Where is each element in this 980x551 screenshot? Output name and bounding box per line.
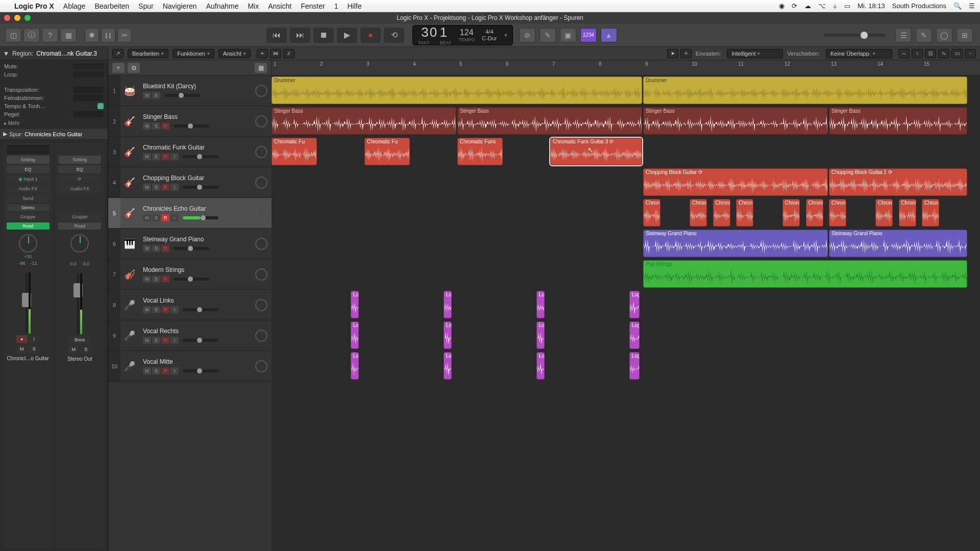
track-icon[interactable]: 🎸 xyxy=(120,137,139,167)
track-pan-knob[interactable] xyxy=(255,207,267,219)
track-pan-knob[interactable] xyxy=(255,146,267,158)
zoom-h-icon[interactable]: ↔ xyxy=(898,49,910,58)
menu-bearbeiten[interactable]: Bearbeiten xyxy=(94,2,129,10)
mixer-icon[interactable]: ⫿⫿ xyxy=(101,28,115,42)
track-icon[interactable]: 🥁 xyxy=(120,76,139,106)
region[interactable]: Lo xyxy=(536,291,545,318)
track-pan-knob[interactable] xyxy=(255,299,267,311)
track-s-button[interactable]: S xyxy=(152,306,160,313)
region-disclosure-icon[interactable]: ▼ xyxy=(3,50,9,57)
marquee-tool-icon[interactable]: ✧ xyxy=(680,49,692,58)
inspector-button[interactable]: ⓘ xyxy=(23,28,40,42)
region[interactable]: Lo xyxy=(351,321,359,349)
track-r-button[interactable]: R xyxy=(161,214,169,221)
zoom-v-icon[interactable]: ↕ xyxy=(912,49,923,58)
lcd-tempo[interactable]: 124 xyxy=(460,28,474,37)
drag-dropdown[interactable]: Keine Überlapp. xyxy=(826,49,892,58)
track-r-button[interactable]: R xyxy=(161,122,169,130)
track-pan-knob[interactable] xyxy=(255,268,267,281)
rewind-button[interactable]: ⏮ xyxy=(266,28,287,43)
gain-field[interactable] xyxy=(73,111,104,117)
flex-icon[interactable]: ⋈ xyxy=(270,49,281,58)
track-volume-slider[interactable] xyxy=(183,155,218,158)
list-editors-button[interactable]: ☰ xyxy=(895,28,912,42)
track-m-button[interactable]: M xyxy=(143,153,151,160)
add-track-button[interactable]: ＋ xyxy=(112,63,125,73)
mute-checkbox[interactable] xyxy=(73,63,104,69)
track-icon[interactable]: 🎤 xyxy=(120,290,139,320)
track-icon[interactable]: 🎹 xyxy=(120,229,139,259)
catch-playhead-icon[interactable]: ↗ xyxy=(112,49,124,58)
track-name[interactable]: Chronicles Echo Guitar xyxy=(143,205,247,212)
smart-controls-icon[interactable]: ✺ xyxy=(85,28,99,42)
strip-solo-out[interactable]: S xyxy=(80,345,91,354)
region[interactable]: Steinway Grand Piano xyxy=(643,230,828,257)
edit-menu[interactable]: Bearbeiten xyxy=(128,49,168,58)
track-header[interactable]: 7 🎻 Modern Strings MSR xyxy=(108,259,272,290)
track-pan-knob[interactable] xyxy=(255,115,267,128)
track-s-button[interactable]: S xyxy=(152,122,160,130)
track-icon[interactable]: 🎸 xyxy=(120,167,139,197)
menu-ablage[interactable]: Ablage xyxy=(63,2,86,10)
lcd-beats[interactable]: 1 xyxy=(439,24,448,40)
track-i-button[interactable]: I xyxy=(170,184,179,191)
region[interactable]: Chron xyxy=(922,199,939,227)
track-m-button[interactable]: M xyxy=(143,122,151,130)
library-button[interactable]: ◫ xyxy=(5,28,21,42)
send-slot[interactable]: Send xyxy=(7,194,50,203)
automation-icon[interactable]: ⌖ xyxy=(257,49,268,58)
eq-button[interactable]: EQ xyxy=(7,165,50,173)
region[interactable]: Lo xyxy=(444,321,452,349)
track-r-button[interactable]: R xyxy=(161,245,169,252)
strip-rec[interactable]: ● xyxy=(16,335,28,343)
snap-dropdown[interactable]: Intelligent xyxy=(727,49,783,58)
track-name[interactable]: Bluebird Kit (Darcy) xyxy=(143,83,247,90)
lcd-timesig[interactable]: 4/4 xyxy=(485,29,493,35)
audiofx-slot-out[interactable]: Audio FX xyxy=(58,185,101,193)
arrange-area[interactable]: ↖ Drummer Drummer Stinger Bass Stinger B… xyxy=(272,76,980,551)
track-volume-slider[interactable] xyxy=(183,308,218,311)
track-name[interactable]: Vocal Links xyxy=(143,297,247,304)
track-icon[interactable]: 🎸 xyxy=(120,106,139,136)
window-close[interactable] xyxy=(4,15,10,21)
track-icon[interactable]: 🎻 xyxy=(120,259,139,289)
track-i-button[interactable]: I xyxy=(170,367,179,374)
strip-bounce[interactable]: Bnce xyxy=(68,336,91,344)
group-slot[interactable]: Gruppe xyxy=(7,213,50,221)
track-i-button[interactable]: I xyxy=(170,337,179,344)
track-s-button[interactable]: S xyxy=(152,92,160,99)
region[interactable]: Chromatic Fu xyxy=(364,138,410,165)
toolbar-button[interactable]: ▦ xyxy=(60,28,77,42)
stop-button[interactable]: ⏹ xyxy=(313,28,334,43)
region[interactable]: Chromatic Fu xyxy=(272,138,317,165)
menu-fenster[interactable]: Fenster xyxy=(301,2,325,10)
track-volume-slider[interactable] xyxy=(183,369,218,372)
track-name[interactable]: Chromatic Funk Guitar xyxy=(143,144,247,151)
region[interactable]: Lo xyxy=(351,291,359,318)
region[interactable]: Chroni xyxy=(899,199,916,227)
cycle-button[interactable]: ⟲ xyxy=(384,28,404,43)
region[interactable]: Lo xyxy=(444,352,452,380)
notepad-button[interactable]: ✎ xyxy=(916,28,932,42)
strip-solo[interactable]: S xyxy=(29,345,40,353)
track-icon[interactable]: 🎸 xyxy=(120,198,139,228)
followtempo-checkbox[interactable]: ✓ xyxy=(97,103,104,109)
track-volume-slider[interactable] xyxy=(183,339,218,342)
region[interactable]: Chroni xyxy=(713,199,730,227)
region[interactable]: Stinger Bass xyxy=(272,107,456,135)
region[interactable]: Chron xyxy=(829,199,846,227)
strip-mute-out[interactable]: M xyxy=(68,345,79,354)
track-m-button[interactable]: M xyxy=(143,214,151,221)
region[interactable]: Chron xyxy=(643,199,660,227)
menuextra-bt-icon[interactable]: ⌥ xyxy=(818,2,826,10)
loops-button[interactable]: ◯ xyxy=(936,28,952,42)
notification-icon[interactable]: ☰ xyxy=(969,2,975,10)
menubar-clock[interactable]: Mi. 18:13 xyxy=(857,2,885,10)
record-button[interactable]: ● xyxy=(360,28,381,43)
zoom-slider-icon[interactable]: ◦ xyxy=(965,49,976,58)
lowlatency-icon[interactable]: ✎ xyxy=(540,28,556,42)
menuextra-display-icon[interactable]: ▭ xyxy=(844,2,850,10)
menu-mix[interactable]: Mix xyxy=(248,2,259,10)
region[interactable]: Logi xyxy=(629,321,640,349)
track-header[interactable]: 1 🥁 Bluebird Kit (Darcy) MS xyxy=(108,76,272,106)
